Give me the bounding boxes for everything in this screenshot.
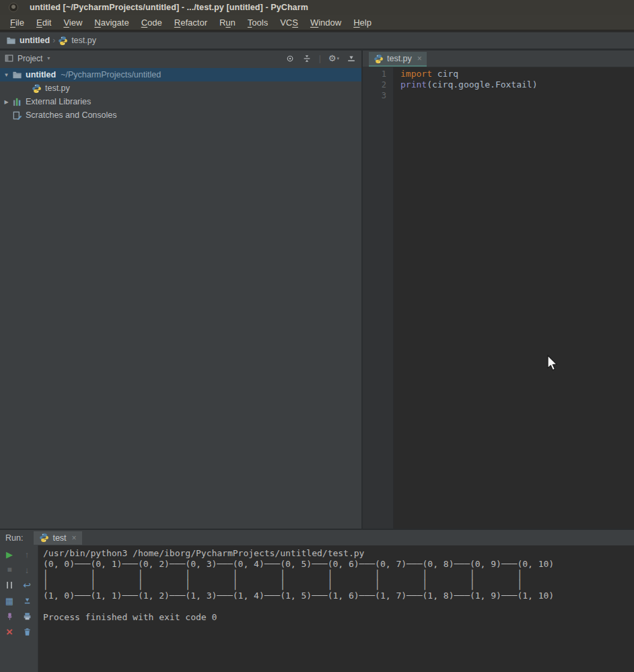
python-icon	[58, 36, 68, 46]
settings-gear-icon[interactable]: ⚙▾	[328, 54, 339, 63]
line-number: 2	[363, 79, 393, 90]
code-line: print(cirq.google.Foxtail)	[394, 79, 634, 90]
project-tool-window-icon	[5, 54, 13, 63]
pause-output-button[interactable]	[3, 580, 15, 591]
close-button[interactable]: ×	[3, 626, 15, 637]
print-button[interactable]	[21, 611, 33, 621]
run-tab-label: test	[52, 533, 66, 543]
breadcrumb-item-test-py[interactable]: test.py	[58, 36, 96, 46]
window-close-button[interactable]	[9, 3, 18, 12]
tree-item-external-libraries[interactable]: ▶External Libraries	[0, 95, 361, 108]
breadcrumb-item-untitled[interactable]: untitled	[6, 36, 50, 46]
project-panel-title[interactable]: Project	[17, 54, 42, 63]
console-line: │ │ │ │ │ │ │ │ │ │ │	[43, 570, 634, 580]
console-line	[43, 601, 634, 612]
pycharm-window: untitled [~/PycharmProjects/untitled] - …	[0, 0, 634, 672]
run-panel-header: Run: test ×	[0, 530, 634, 545]
tree-item-path: ~/PycharmProjects/untitled	[61, 70, 161, 79]
run-panel-body: ▶■▦× ↑↓↩ /usr/bin/python3 /home/iborg/Py…	[0, 545, 634, 672]
python-icon	[31, 83, 42, 94]
hide-panel-icon[interactable]	[347, 54, 356, 63]
code-line	[394, 90, 634, 101]
line-number: 3	[363, 90, 393, 101]
run-toolbar: ▶■▦× ↑↓↩	[0, 545, 38, 672]
run-panel-title: Run:	[5, 533, 23, 543]
stop-button[interactable]: ■	[3, 564, 15, 575]
editor-tab-label: test.py	[387, 54, 412, 63]
restore-layout-button[interactable]: ▦	[3, 595, 15, 606]
folder-icon	[11, 70, 22, 80]
folder-icon	[6, 36, 16, 46]
tree-item-label: External Libraries	[26, 97, 91, 106]
libraries-icon	[11, 97, 22, 107]
title-bar: untitled [~/PycharmProjects/untitled] - …	[0, 0, 634, 15]
window-title: untitled [~/PycharmProjects/untitled] - …	[30, 3, 308, 12]
code-token-plain: cirq	[432, 69, 458, 79]
code-token-keyword: import	[400, 69, 432, 79]
menu-help[interactable]: Help	[347, 16, 378, 29]
editor-gutter: 123	[363, 67, 394, 529]
menu-vcs[interactable]: VCS	[274, 16, 304, 29]
run-panel: Run: test × ▶■▦× ↑↓↩ /usr/bin/python3 /h…	[0, 529, 634, 672]
code-editor[interactable]: 123 import cirqprint(cirq.google.Foxtail…	[363, 67, 634, 529]
python-file-icon	[374, 54, 384, 64]
menu-code[interactable]: Code	[135, 16, 168, 29]
close-icon[interactable]: ×	[417, 54, 422, 63]
menu-tools[interactable]: Tools	[242, 16, 274, 29]
menu-navigate[interactable]: Navigate	[88, 16, 135, 29]
soft-wrap-button[interactable]: ↩	[21, 580, 33, 591]
python-file-icon	[39, 533, 49, 543]
editor-tab-test-py[interactable]: test.py ×	[369, 52, 427, 67]
close-icon[interactable]: ×	[72, 533, 77, 543]
scroll-to-end-button[interactable]	[21, 595, 33, 606]
line-number: 1	[363, 69, 393, 79]
run-console[interactable]: /usr/bin/python3 /home/iborg/PycharmProj…	[38, 545, 634, 672]
tree-item-test-py[interactable]: test.py	[0, 81, 361, 95]
toolbar-separator: |	[319, 54, 321, 63]
breadcrumb-label: test.py	[71, 36, 96, 45]
tree-item-scratches-and-consoles[interactable]: Scratches and Consoles	[0, 108, 361, 122]
run-tab-test[interactable]: test ×	[34, 531, 81, 545]
menu-edit[interactable]: Edit	[30, 16, 57, 29]
run-toolbar-column-1: ▶■▦×	[2, 549, 17, 637]
code-token-builtin: print	[400, 79, 427, 90]
project-tree: ▼untitled~/PycharmProjects/untitledtest.…	[0, 68, 361, 122]
tree-item-label: test.py	[45, 83, 70, 93]
code-token-plain: (cirq.google.Foxtail)	[427, 79, 537, 90]
tree-item-untitled[interactable]: ▼untitled~/PycharmProjects/untitled	[0, 68, 361, 81]
console-line: (1, 0)───(1, 1)───(1, 2)───(1, 3)───(1, …	[43, 591, 634, 601]
breadcrumb-label: untitled	[20, 36, 50, 45]
project-panel-toolbar: |⚙▾	[285, 54, 356, 63]
menu-bar: FileEditViewNavigateCodeRefactorRunTools…	[0, 15, 634, 31]
collapse-all-icon[interactable]	[302, 54, 312, 63]
editor-code[interactable]: import cirqprint(cirq.google.Foxtail)	[394, 67, 634, 529]
editor-tab-bar: test.py ×	[363, 51, 634, 67]
console-line: │ │ │ │ │ │ │ │ │ │ │	[43, 580, 634, 591]
tree-expander-icon[interactable]: ▶	[3, 99, 10, 105]
tree-item-label: untitled	[26, 70, 56, 79]
tree-expander-icon[interactable]: ▼	[3, 72, 10, 78]
menu-window[interactable]: Window	[304, 16, 347, 29]
up-stack-trace-button[interactable]: ↑	[21, 549, 33, 560]
rerun-button[interactable]: ▶	[3, 549, 15, 560]
down-stack-trace-button[interactable]: ↓	[21, 564, 33, 575]
breadcrumb-separator: ›	[52, 36, 55, 45]
breadcrumb: untitled›test.py	[0, 32, 634, 48]
console-line: (0, 0)───(0, 1)───(0, 2)───(0, 3)───(0, …	[43, 559, 634, 570]
locate-file-icon[interactable]	[285, 54, 295, 63]
pin-tab-button[interactable]	[3, 611, 15, 621]
editor-area: test.py × 123 import cirqprint(cirq.goog…	[361, 51, 634, 529]
tree-item-label: Scratches and Consoles	[26, 110, 117, 120]
chevron-down-icon[interactable]: ▾	[47, 55, 50, 61]
menu-run[interactable]: Run	[213, 16, 242, 29]
main-area: Project ▾ |⚙▾ ▼untitled~/PycharmProjects…	[0, 48, 634, 529]
menu-refactor[interactable]: Refactor	[168, 16, 213, 29]
console-line: /usr/bin/python3 /home/iborg/PycharmProj…	[43, 548, 634, 559]
code-line: import cirq	[394, 69, 634, 79]
clear-all-button[interactable]	[21, 626, 33, 637]
project-panel: Project ▾ |⚙▾ ▼untitled~/PycharmProjects…	[0, 51, 361, 529]
menu-view[interactable]: View	[57, 16, 88, 29]
menu-file[interactable]: File	[4, 16, 30, 29]
console-line: Process finished with exit code 0	[43, 612, 634, 623]
pause-icon	[7, 582, 12, 589]
